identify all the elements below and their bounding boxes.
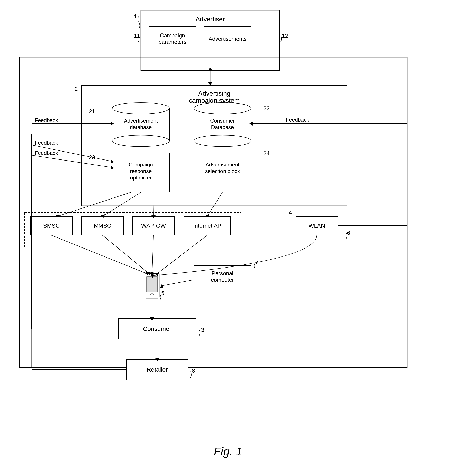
diagram-svg: Advertiser Campaign parameters Advertise… xyxy=(0,0,456,476)
label-12: 12 xyxy=(282,33,288,39)
ad-database-label2: database xyxy=(130,124,152,130)
campaign-params-label: Campaign xyxy=(160,33,185,39)
ad-selection-label: Advertisement xyxy=(206,162,240,168)
campaign-response-label: Campaign xyxy=(129,162,153,168)
label-6: 6 xyxy=(347,230,350,236)
feedback-right-label: Feedback xyxy=(286,117,309,123)
wlan-label: WLAN xyxy=(309,223,325,229)
consumer-database-label: Consumer xyxy=(210,118,235,124)
campaign-response-label2: response xyxy=(130,168,152,174)
svg-line-41 xyxy=(152,235,153,274)
personal-computer-label: Personal xyxy=(212,270,234,276)
svg-point-9 xyxy=(112,135,169,147)
personal-computer-label2: computer xyxy=(211,277,234,283)
svg-point-8 xyxy=(112,102,169,114)
feedback2-label: Feedback xyxy=(35,140,58,146)
svg-line-39 xyxy=(102,235,149,274)
campaign-params-label2: parameters xyxy=(159,39,186,45)
ad-campaign-system-label: Advertising xyxy=(198,90,230,97)
svg-point-12 xyxy=(194,135,251,147)
consumer-label: Consumer xyxy=(143,325,171,332)
label-5: 5 xyxy=(161,290,165,296)
label-21: 21 xyxy=(89,108,95,115)
label-22: 22 xyxy=(263,105,270,111)
mmsc-label: MMSC xyxy=(94,223,111,229)
svg-rect-1 xyxy=(149,26,196,51)
wap-gw-label: WAP-GW xyxy=(141,223,166,229)
retailer-label: Retailer xyxy=(147,366,168,373)
feedback3-label: Feedback xyxy=(35,150,58,156)
label-3: 3 xyxy=(201,327,204,333)
advertisements-label: Advertisements xyxy=(209,36,246,42)
advertiser-label: Advertiser xyxy=(195,16,225,23)
ad-selection-label2: selection block xyxy=(205,168,240,174)
consumer-database-label2: Database xyxy=(211,124,234,130)
internet-ap-label: Internet AP xyxy=(193,223,221,229)
label-11: 11 xyxy=(134,33,140,39)
diagram-container: Advertiser Campaign parameters Advertise… xyxy=(0,0,456,476)
label-8: 8 xyxy=(192,368,195,374)
ad-database-label: Advertisement xyxy=(124,118,158,124)
label-24: 24 xyxy=(263,150,270,156)
fig-label: Fig. 1 xyxy=(214,445,242,458)
svg-point-11 xyxy=(194,102,251,114)
label-2: 2 xyxy=(75,86,78,92)
campaign-response-label3: optimizer xyxy=(130,175,152,181)
svg-marker-5 xyxy=(208,82,212,85)
svg-line-37 xyxy=(51,235,147,274)
svg-rect-25 xyxy=(194,265,251,288)
label-1: 1 xyxy=(134,13,137,20)
label-4: 4 xyxy=(289,209,292,216)
svg-line-45 xyxy=(161,280,194,286)
svg-rect-23 xyxy=(147,277,158,292)
feedback1-label: Feedback xyxy=(35,117,58,123)
smsc-label: SMSC xyxy=(43,223,60,229)
